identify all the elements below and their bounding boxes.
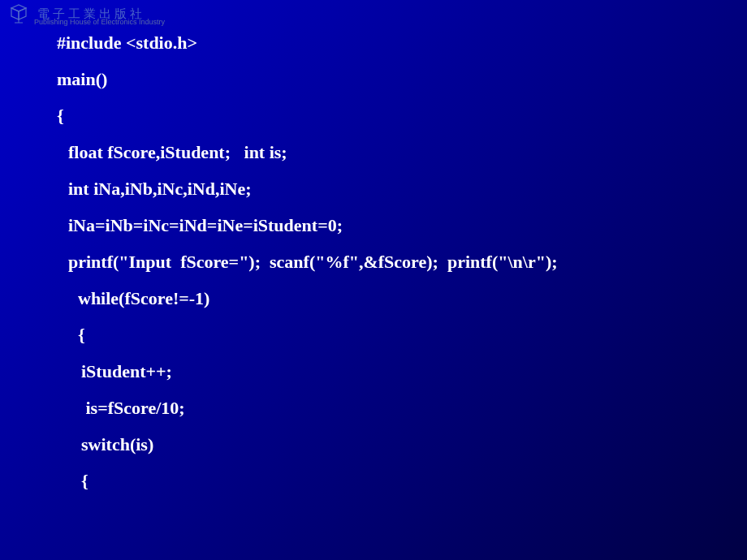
code-line: int iNa,iNb,iNc,iNd,iNe; <box>57 180 690 198</box>
publisher-logo-icon <box>5 3 32 24</box>
code-line: iNa=iNb=iNc=iNd=iNe=iStudent=0; <box>57 217 690 235</box>
code-line: printf("Input fScore="); scanf("%f",&fSc… <box>57 253 690 271</box>
code-line: float fScore,iStudent; int is; <box>57 144 690 162</box>
code-line: #include <stdio.h> <box>57 34 690 52</box>
code-line: main() <box>57 71 690 88</box>
code-line: { <box>57 326 690 344</box>
code-block: #include <stdio.h> main() { float fScore… <box>0 0 747 525</box>
code-line: { <box>57 107 690 125</box>
watermark-subtext: Publishing House of Electronics Industry <box>34 18 165 26</box>
code-line: { <box>57 472 690 490</box>
code-line: switch(is) <box>57 436 690 454</box>
code-line: while(fScore!=-1) <box>57 290 690 308</box>
code-line: iStudent++; <box>57 363 690 381</box>
code-line: is=fScore/10; <box>57 399 690 417</box>
